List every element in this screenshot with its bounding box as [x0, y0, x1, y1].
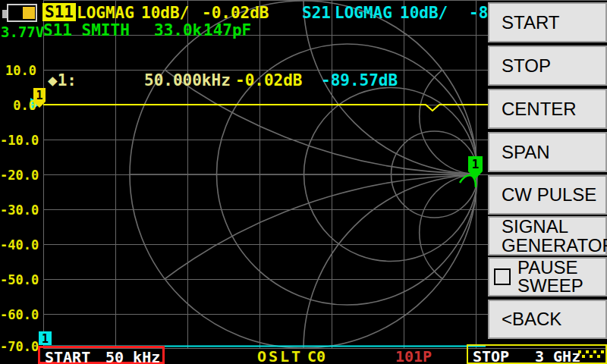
y-axis-label: -70.0: [0, 339, 36, 354]
y-axis-label: -10.0: [0, 133, 36, 148]
cal-status: OSLT: [257, 347, 303, 364]
menu-item-cw-pulse[interactable]: CW PULSE: [488, 175, 607, 215]
menu-item-label: <BACK: [502, 309, 561, 329]
cal-slot: C0: [307, 347, 326, 364]
trace-s11-scale: 10dB/: [141, 5, 189, 20]
trace-s11-badge[interactable]: S11: [42, 3, 76, 21]
trace-s11-value: -0.02dB: [202, 5, 269, 20]
trace-s11-smith-resistance: 33.0k: [154, 23, 202, 38]
menu-item-label: CW PULSE: [502, 185, 596, 205]
menu-item-back[interactable]: <BACK: [488, 300, 607, 339]
menu-item-label: CENTER: [502, 99, 577, 119]
trace-s11-format: LOGMAG: [77, 5, 134, 20]
stop-label: STOP: [473, 347, 509, 364]
stop-frequency-box[interactable]: STOP 3 GHz: [467, 344, 607, 364]
start-label: START: [45, 348, 90, 364]
trace-s11-smith-label[interactable]: S11 SMITH: [43, 23, 130, 38]
y-axis-label: -40.0: [0, 237, 36, 253]
trace-s21-badge[interactable]: S21: [302, 5, 331, 20]
y-axis-label: 10.0: [0, 63, 36, 78]
s11-logmag-trace: [43, 105, 488, 111]
marker-s21-value: -89.57dB: [321, 73, 398, 88]
marker-frequency: 50.000kHz: [144, 73, 231, 88]
y-axis-label: -30.0: [0, 202, 36, 218]
menu-item-stop[interactable]: STOP: [488, 46, 607, 86]
svg-text:1: 1: [36, 89, 42, 102]
start-frequency-box[interactable]: START 50 kHz: [38, 346, 165, 364]
marker-id: ◆1:: [48, 73, 77, 88]
start-value: 50 kHz: [105, 348, 160, 364]
y-axis-label: -20.0: [0, 168, 36, 183]
pause-sweep-checkbox[interactable]: [494, 268, 511, 285]
menu-item-signal-generator[interactable]: SIGNAL GENERATOR: [488, 216, 607, 256]
trace-s21-scale: 10dB/: [400, 5, 448, 20]
marker-s11-value: -0.02dB: [235, 73, 303, 88]
svg-text:1: 1: [42, 332, 49, 346]
menu-item-label: STOP: [502, 56, 551, 76]
menu-item-start[interactable]: START: [488, 2, 607, 42]
menu-item-label: SPAN: [502, 143, 550, 162]
stop-value: 3 GHz: [535, 347, 580, 364]
y-axis-label: -60.0: [0, 307, 36, 322]
points-count: 101P: [395, 347, 432, 364]
battery-level-cell: [23, 7, 35, 19]
y-axis-label: 0.0: [0, 98, 36, 113]
y-axis-label: -50.0: [0, 272, 36, 287]
menu-item-label: START: [502, 13, 559, 33]
menu-item-center[interactable]: CENTER: [488, 89, 607, 129]
marker-1-flag-cyan[interactable]: 1: [39, 331, 52, 346]
battery-voltage: 3.77V: [1, 24, 44, 39]
trace-s11-smith-capacitance: 147pF: [203, 23, 251, 38]
menu-item-label: SIGNAL GENERATOR: [502, 217, 607, 255]
trace-s21-format: LOGMAG: [335, 5, 392, 20]
battery-icon-body: [7, 4, 37, 22]
nanovna-screen: 1 1 1 3.77V S11 LOGMAG 10dB/ -0.02dB S21…: [0, 0, 607, 364]
menu-item-label: PAUSE SWEEP: [517, 259, 605, 295]
menu-item-span[interactable]: SPAN: [488, 132, 607, 172]
menu-item-pause-sweep[interactable]: PAUSE SWEEP: [488, 257, 607, 297]
svg-text:1: 1: [472, 157, 480, 171]
